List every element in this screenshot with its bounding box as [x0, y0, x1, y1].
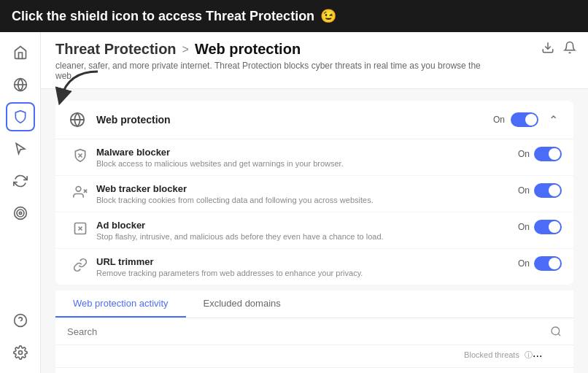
- sidebar-item-target[interactable]: [6, 199, 35, 228]
- ad-blocker-toggle-group: On: [518, 220, 562, 234]
- web-protection-icon: [67, 109, 88, 130]
- malware-toggle-group: On: [518, 147, 562, 161]
- tracker-desc: Block tracking cookies from collecting d…: [96, 196, 518, 204]
- web-protection-row: Web protection On ⌃: [55, 101, 573, 139]
- globe-icon: [13, 77, 28, 92]
- main-content: Threat Protection > Web protection clean…: [41, 32, 588, 373]
- settings-icon: [13, 345, 28, 360]
- breadcrumb-current: Web protection: [195, 41, 301, 58]
- sidebar-item-cursor[interactable]: [6, 134, 35, 164]
- bell-icon[interactable]: [563, 41, 576, 54]
- tab-excluded-domains[interactable]: Excluded domains: [186, 291, 298, 318]
- content-body: Web protection On ⌃ Malware b: [41, 89, 588, 373]
- svg-line-20: [558, 334, 560, 336]
- tab-web-protection-activity[interactable]: Web protection activity: [55, 291, 186, 318]
- ad-blocker-status: On: [518, 222, 530, 232]
- breadcrumb: Threat Protection > Web protection: [55, 41, 573, 58]
- app-container: Threat Protection > Web protection clean…: [0, 32, 588, 373]
- download-icon[interactable]: [541, 41, 554, 54]
- url-trimmer-row: URL trimmer Remove tracking parameters f…: [55, 249, 573, 285]
- sidebar-item-help[interactable]: [6, 306, 35, 335]
- col-actions-header: ···: [533, 350, 562, 363]
- url-trimmer-title: URL trimmer: [96, 256, 518, 267]
- url-trimmer-icon: [71, 256, 89, 274]
- tracker-toggle-group: On: [518, 183, 562, 198]
- breadcrumb-separator: >: [182, 43, 189, 56]
- malware-toggle[interactable]: [534, 147, 562, 161]
- svg-point-7: [18, 351, 22, 355]
- tracker-status: On: [518, 185, 530, 196]
- svg-point-4: [19, 212, 21, 214]
- tracker-text: Web tracker blocker Block tracking cooki…: [96, 183, 518, 204]
- url-trimmer-status: On: [518, 258, 530, 269]
- ad-blocker-icon: [71, 220, 89, 237]
- svg-point-2: [14, 207, 26, 220]
- tracker-blocker-row: Web tracker blocker Block tracking cooki…: [55, 176, 573, 212]
- sidebar: [0, 32, 41, 373]
- sidebar-item-settings[interactable]: [6, 338, 35, 367]
- web-protection-status: On: [493, 115, 505, 125]
- svg-point-13: [76, 187, 81, 192]
- col-url-header: [67, 350, 430, 363]
- header-subtitle: cleaner, safer, and more private interne…: [55, 61, 493, 81]
- annotation-emoji: 😉: [320, 8, 336, 24]
- malware-blocker-row: Malware blocker Block access to maliciou…: [55, 139, 573, 176]
- web-protection-toggle-group: On: [493, 112, 538, 127]
- search-input[interactable]: [67, 326, 544, 337]
- content-header: Threat Protection > Web protection clean…: [41, 32, 588, 89]
- url-trimmer-toggle[interactable]: [534, 256, 562, 271]
- web-protection-chevron[interactable]: ⌃: [544, 111, 562, 128]
- url-trimmer-text: URL trimmer Remove tracking parameters f…: [96, 256, 518, 277]
- cursor-icon: [13, 142, 28, 156]
- ad-blocker-text: Ad blocker Stop flashy, intrusive, and m…: [96, 220, 518, 241]
- sidebar-item-globe[interactable]: [6, 70, 35, 99]
- sync-icon: [13, 174, 28, 188]
- url-trimmer-desc: Remove tracking parameters from web addr…: [96, 269, 518, 277]
- tracker-icon: [71, 183, 89, 201]
- tracker-toggle[interactable]: [534, 183, 562, 198]
- ad-blocker-row: Ad blocker Stop flashy, intrusive, and m…: [55, 212, 573, 249]
- annotation-bar: Click the shield icon to access Threat P…: [0, 0, 588, 32]
- web-protection-label: Web protection: [96, 114, 493, 126]
- ad-blocker-toggle[interactable]: [534, 220, 562, 234]
- web-protection-toggle[interactable]: [511, 112, 538, 127]
- sidebar-item-sync[interactable]: [6, 166, 35, 196]
- malware-text: Malware blocker Block access to maliciou…: [96, 147, 518, 168]
- tabs-container: Web protection activity Excluded domains: [55, 291, 573, 318]
- malware-status: On: [518, 149, 530, 159]
- ad-blocker-title: Ad blocker: [96, 220, 518, 231]
- sidebar-item-home[interactable]: [6, 38, 35, 67]
- breadcrumb-parent: Threat Protection: [55, 41, 177, 58]
- search-row: [55, 318, 573, 345]
- col-threats-header: Blocked threats ⓘ: [430, 350, 533, 363]
- help-icon: [13, 313, 28, 328]
- malware-icon: [71, 147, 89, 164]
- annotation-text: Click the shield icon to access Threat P…: [12, 9, 314, 24]
- table-header: Blocked threats ⓘ ···: [55, 345, 573, 368]
- table-row: https://www.news.com.au 91 ···: [55, 368, 573, 373]
- tracker-title: Web tracker blocker: [96, 183, 518, 194]
- sidebar-item-shield[interactable]: [6, 102, 35, 131]
- svg-point-19: [552, 327, 560, 335]
- home-icon: [13, 45, 28, 60]
- svg-point-3: [17, 209, 24, 217]
- search-icon: [550, 326, 562, 337]
- ad-blocker-desc: Stop flashy, intrusive, and malicious ad…: [96, 232, 518, 241]
- activity-section: Web protection activity Excluded domains…: [55, 291, 573, 373]
- target-icon: [13, 206, 28, 220]
- protection-card: Web protection On ⌃ Malware b: [55, 101, 573, 285]
- url-trimmer-toggle-group: On: [518, 256, 562, 271]
- malware-title: Malware blocker: [96, 147, 518, 158]
- malware-desc: Block access to malicious websites and g…: [96, 159, 518, 168]
- shield-icon: [13, 109, 28, 124]
